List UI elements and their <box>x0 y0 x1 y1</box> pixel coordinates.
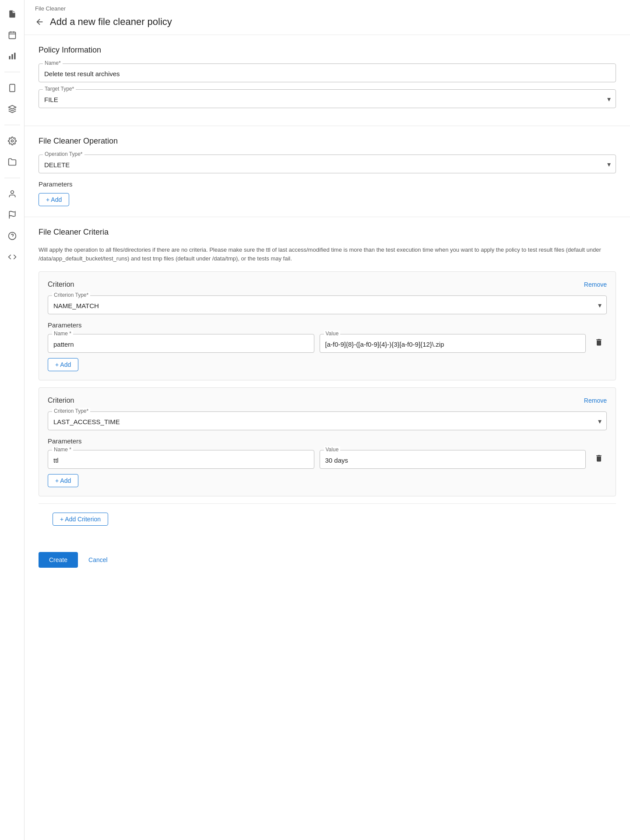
name-field-group: Name* <box>39 63 616 82</box>
criterion-1-type-group: Criterion Type* NAME_MATCH LAST_ACCESS_T… <box>48 295 607 314</box>
criterion-2-param-row-1: Name * Value <box>48 450 607 469</box>
sidebar-separator-1 <box>4 72 20 72</box>
page-header: Add a new file cleaner policy <box>25 14 630 35</box>
sidebar-separator-3 <box>4 178 20 178</box>
criterion-2-title: Criterion <box>48 397 74 404</box>
operation-type-label: Operation Type* <box>43 151 84 157</box>
svg-rect-6 <box>14 53 15 60</box>
criterion-1-param-name-input[interactable] <box>48 334 314 353</box>
sidebar-separator-2 <box>4 125 20 125</box>
phone-icon[interactable] <box>4 79 21 97</box>
chart-icon[interactable] <box>4 47 21 65</box>
create-button[interactable]: Create <box>39 552 78 568</box>
back-button[interactable] <box>35 17 45 27</box>
criterion-2-param-name-input[interactable] <box>48 450 314 469</box>
criterion-1-param-row-1: Name * Value <box>48 334 607 353</box>
breadcrumb: File Cleaner <box>25 0 630 14</box>
criterion-2-add-button[interactable]: + Add <box>48 474 78 487</box>
settings-icon[interactable] <box>4 132 21 150</box>
criterion-2-type-label: Criterion Type* <box>52 408 90 414</box>
policy-info-title: Policy Information <box>39 46 616 55</box>
sidebar <box>0 0 25 840</box>
svg-rect-4 <box>9 56 10 60</box>
operation-title: File Cleaner Operation <box>39 137 616 146</box>
criterion-1-param-name-group: Name * <box>48 334 314 353</box>
criteria-info-text: Will apply the operation to all files/di… <box>39 246 616 263</box>
folder-icon[interactable] <box>4 153 21 171</box>
criterion-1-type-label: Criterion Type* <box>52 292 90 298</box>
criterion-2-param-value-group: Value <box>320 450 586 469</box>
svg-rect-7 <box>10 84 15 92</box>
policy-information-section: Policy Information Name* Target Type* FI… <box>25 35 630 126</box>
criterion-1-param-value-group: Value <box>320 334 586 353</box>
operation-type-select[interactable]: DELETE MOVE ARCHIVE <box>39 155 616 173</box>
criterion-1-remove-button[interactable]: Remove <box>584 281 607 288</box>
name-label: Name* <box>43 60 63 66</box>
operation-section: File Cleaner Operation Operation Type* D… <box>25 126 630 217</box>
criterion-2-params-label: Parameters <box>48 437 607 445</box>
main-content: File Cleaner Add a new file cleaner poli… <box>25 0 630 840</box>
cancel-button[interactable]: Cancel <box>81 552 115 568</box>
criterion-2-header: Criterion Remove <box>48 397 607 404</box>
criterion-1-param-delete-icon[interactable] <box>591 334 607 352</box>
target-type-field-group: Target Type* FILE DIRECTORY <box>39 89 616 108</box>
operation-type-select-wrapper: DELETE MOVE ARCHIVE <box>39 155 616 173</box>
target-type-select-wrapper: FILE DIRECTORY <box>39 89 616 108</box>
help-icon[interactable] <box>4 227 21 245</box>
criterion-1-params-label: Parameters <box>48 321 607 329</box>
operation-params-label: Parameters <box>39 180 616 188</box>
target-type-label: Target Type* <box>43 86 76 92</box>
criteria-section: File Cleaner Criteria Will apply the ope… <box>25 217 630 545</box>
criterion-2-param-value-label: Value <box>324 446 341 453</box>
document-icon[interactable] <box>4 5 21 23</box>
flag-icon[interactable] <box>4 206 21 224</box>
svg-rect-0 <box>9 32 15 39</box>
criterion-card-2: Criterion Remove Criterion Type* NAME_MA… <box>39 387 616 496</box>
criterion-2-type-select-wrapper: NAME_MATCH LAST_ACCESS_TIME LAST_MODIFIE… <box>48 411 607 430</box>
criterion-1-header: Criterion Remove <box>48 281 607 288</box>
criterion-1-title: Criterion <box>48 281 74 288</box>
target-type-select[interactable]: FILE DIRECTORY <box>39 89 616 108</box>
criterion-2-type-select[interactable]: NAME_MATCH LAST_ACCESS_TIME LAST_MODIFIE… <box>48 411 607 430</box>
add-criterion-button[interactable]: + Add Criterion <box>53 513 108 526</box>
criterion-1-type-select[interactable]: NAME_MATCH LAST_ACCESS_TIME LAST_MODIFIE… <box>48 295 607 314</box>
operation-type-field-group: Operation Type* DELETE MOVE ARCHIVE <box>39 155 616 173</box>
criterion-2-remove-button[interactable]: Remove <box>584 397 607 404</box>
page-title: Add a new file cleaner policy <box>50 16 172 28</box>
svg-marker-9 <box>8 105 16 109</box>
criterion-2-param-value-input[interactable] <box>320 450 586 469</box>
svg-point-10 <box>11 140 13 142</box>
criterion-2-type-group: Criterion Type* NAME_MATCH LAST_ACCESS_T… <box>48 411 607 430</box>
criterion-1-add-button[interactable]: + Add <box>48 358 78 371</box>
criteria-title: File Cleaner Criteria <box>39 228 616 237</box>
calendar-icon[interactable] <box>4 26 21 44</box>
criterion-1-param-name-label: Name * <box>52 330 73 337</box>
add-criterion-area: + Add Criterion <box>39 503 616 534</box>
layers-icon[interactable] <box>4 100 21 118</box>
criterion-1-param-value-input[interactable] <box>320 334 586 353</box>
person-icon[interactable] <box>4 185 21 203</box>
criterion-1-type-select-wrapper: NAME_MATCH LAST_ACCESS_TIME LAST_MODIFIE… <box>48 295 607 314</box>
footer-buttons: Create Cancel <box>25 545 630 575</box>
code-icon[interactable] <box>4 248 21 266</box>
criterion-card-1: Criterion Remove Criterion Type* NAME_MA… <box>39 271 616 380</box>
name-input[interactable] <box>39 63 616 82</box>
svg-rect-5 <box>11 54 13 60</box>
criterion-1-param-value-label: Value <box>324 330 341 337</box>
criterion-2-param-delete-icon[interactable] <box>591 450 607 468</box>
criterion-2-param-name-label: Name * <box>52 446 73 453</box>
criterion-2-param-name-group: Name * <box>48 450 314 469</box>
svg-point-11 <box>11 191 14 194</box>
operation-add-button[interactable]: + Add <box>39 193 69 206</box>
